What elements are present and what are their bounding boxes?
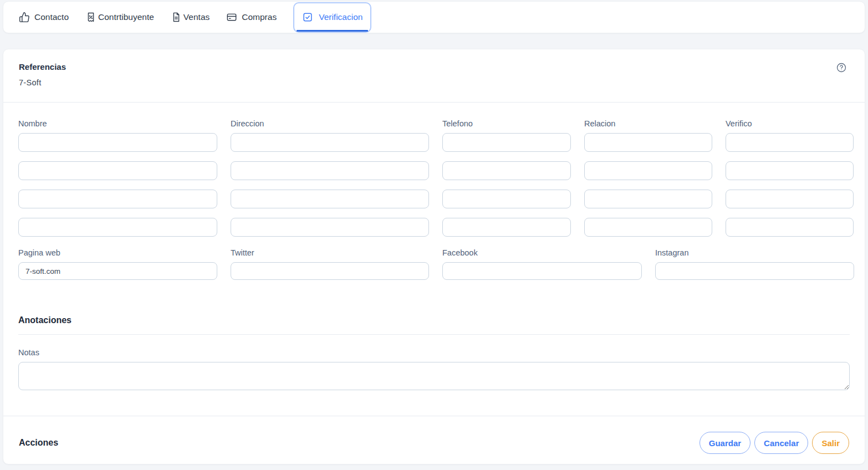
verifico-input-2[interactable] xyxy=(726,161,854,180)
tab-ventas[interactable]: Ventas xyxy=(171,12,210,23)
notas-label: Notas xyxy=(18,348,850,357)
verifico-label: Verifico xyxy=(726,119,854,128)
twitter-input[interactable] xyxy=(231,262,429,280)
tab-contacto[interactable]: Contacto xyxy=(19,12,69,23)
facebook-label: Facebook xyxy=(442,248,642,257)
tab-compras[interactable]: Compras xyxy=(226,12,277,23)
referencias-section: Referencias 7-Soft xyxy=(3,49,865,87)
referencias-company: 7-Soft xyxy=(19,78,849,87)
column-relacion: Relacion xyxy=(584,119,712,246)
column-telefono: Telefono xyxy=(442,119,571,246)
tab-label: Verificacion xyxy=(319,12,362,22)
column-instagran: Instagran xyxy=(655,248,854,280)
column-facebook: Facebook xyxy=(442,248,642,280)
verifico-input-4[interactable] xyxy=(726,218,854,237)
direccion-input-1[interactable] xyxy=(231,133,429,152)
checkbox-check-icon xyxy=(302,12,313,23)
nombre-label: Nombre xyxy=(18,119,217,128)
guardar-button[interactable]: Guardar xyxy=(699,432,750,454)
tab-label: Contacto xyxy=(34,12,69,22)
instagran-label: Instagran xyxy=(655,248,854,257)
action-buttons: Guardar Cancelar Salir xyxy=(699,432,849,454)
nombre-input-1[interactable] xyxy=(18,133,217,152)
salir-button[interactable]: Salir xyxy=(812,432,849,454)
actions-bar: Acciones Guardar Cancelar Salir xyxy=(3,416,865,454)
reference-grid: Nombre Direccion Telefono xyxy=(18,119,850,246)
tab-verificacion[interactable]: Verificacion xyxy=(293,2,371,33)
cancelar-button[interactable]: Cancelar xyxy=(754,432,808,454)
pagina-web-input[interactable] xyxy=(18,262,217,280)
column-nombre: Nombre xyxy=(18,119,217,246)
relacion-input-2[interactable] xyxy=(584,161,712,180)
direccion-input-2[interactable] xyxy=(231,161,429,180)
verifico-input-1[interactable] xyxy=(726,133,854,152)
nombre-input-4[interactable] xyxy=(18,218,217,237)
telefono-input-2[interactable] xyxy=(442,161,571,180)
telefono-input-3[interactable] xyxy=(442,190,571,208)
telefono-input-4[interactable] xyxy=(442,218,571,237)
nombre-input-3[interactable] xyxy=(18,190,217,208)
telefono-input-1[interactable] xyxy=(442,133,571,152)
column-direccion: Direccion xyxy=(231,119,429,246)
relacion-input-4[interactable] xyxy=(584,218,712,237)
column-twitter: Twitter xyxy=(231,248,429,280)
relacion-label: Relacion xyxy=(584,119,712,128)
direccion-input-4[interactable] xyxy=(231,218,429,237)
twitter-label: Twitter xyxy=(231,248,429,257)
nombre-input-2[interactable] xyxy=(18,161,217,180)
verifico-input-3[interactable] xyxy=(726,190,854,208)
direccion-input-3[interactable] xyxy=(231,190,429,208)
pagina-web-label: Pagina web xyxy=(18,248,217,257)
document-icon xyxy=(171,12,182,23)
direccion-label: Direccion xyxy=(231,119,429,128)
relacion-input-3[interactable] xyxy=(584,190,712,208)
tab-label: Ventas xyxy=(183,12,210,22)
anotaciones-divider xyxy=(18,334,850,335)
tab-label: Compras xyxy=(242,12,277,22)
help-circle-icon[interactable] xyxy=(836,62,847,73)
thumbs-up-icon xyxy=(19,12,30,23)
relacion-input-1[interactable] xyxy=(584,133,712,152)
referencias-title: Referencias xyxy=(19,62,849,71)
column-pagina-web: Pagina web xyxy=(18,248,217,280)
tab-bar: Contacto Contrtibuyente Ventas xyxy=(3,1,865,33)
credit-card-icon xyxy=(226,12,237,23)
verificacion-panel: Referencias 7-Soft Nombre Direccion Tele… xyxy=(3,49,865,464)
telefono-label: Telefono xyxy=(442,119,571,128)
notas-textarea[interactable] xyxy=(18,362,850,390)
column-verifico: Verifico xyxy=(726,119,854,246)
social-row: Pagina web Twitter Facebook Instagran xyxy=(18,248,850,280)
tab-label: Contrtibuyente xyxy=(98,12,154,22)
tab-contrtibuyente[interactable]: Contrtibuyente xyxy=(85,12,154,23)
instagran-input[interactable] xyxy=(655,262,854,280)
acciones-title: Acciones xyxy=(19,438,58,448)
anotaciones-title: Anotaciones xyxy=(18,315,850,325)
receipt-percent-icon xyxy=(85,12,96,23)
references-form: Nombre Direccion Telefono xyxy=(3,103,865,392)
facebook-input[interactable] xyxy=(442,262,642,280)
